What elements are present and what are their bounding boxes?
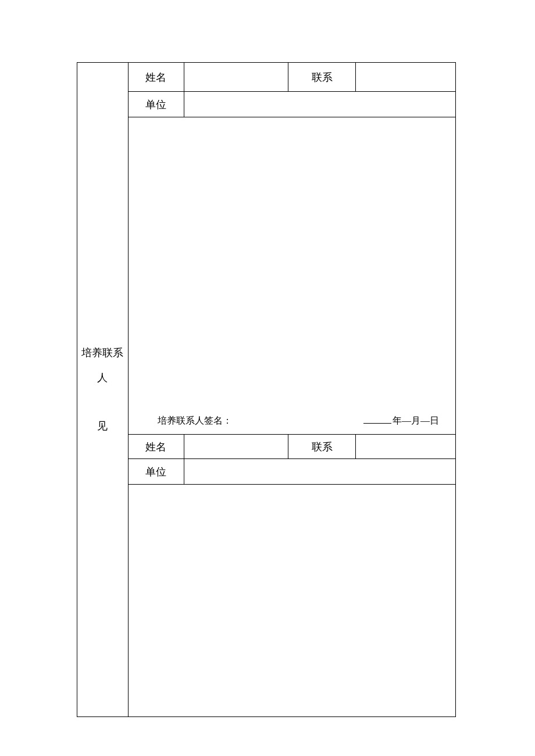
section2-unit-value[interactable] xyxy=(184,459,455,485)
left-header-line3: 见 xyxy=(77,414,128,439)
year-char: 年 xyxy=(393,415,402,425)
section1-name-row: 培养联系 人 见 姓名 联系 xyxy=(77,63,456,92)
left-header-line2: 人 xyxy=(77,366,128,390)
left-header-line1: 培养联系 xyxy=(77,341,128,366)
left-header-cell: 培养联系 人 见 xyxy=(77,63,129,717)
section1-contact-label: 联系 xyxy=(288,63,356,92)
section2-unit-label: 单位 xyxy=(128,459,184,485)
section1-date: 年—月—日 xyxy=(363,414,439,427)
day-sep: — xyxy=(420,415,430,425)
section1-name-value[interactable] xyxy=(184,63,288,92)
section2-opinion-area[interactable] xyxy=(128,485,455,717)
left-header-spacer xyxy=(77,390,128,414)
month-sep: — xyxy=(402,415,411,425)
section2-name-value[interactable] xyxy=(184,435,288,459)
section1-unit-row: 单位 xyxy=(77,92,456,117)
training-contact-form: 培养联系 人 见 姓名 联系 单位 培养联系人签名： 年—月—日 姓名 联系 单… xyxy=(77,62,456,717)
section1-contact-value[interactable] xyxy=(356,63,456,92)
section1-signature-label: 培养联系人签名： xyxy=(158,415,232,427)
section1-textarea-row: 培养联系人签名： 年—月—日 xyxy=(77,117,456,435)
section2-unit-row: 单位 xyxy=(77,459,456,485)
day-char: 日 xyxy=(430,415,439,425)
section1-unit-value[interactable] xyxy=(184,92,455,117)
section1-signature-line: 培养联系人签名： 年—月—日 xyxy=(129,414,455,427)
year-blank[interactable] xyxy=(363,414,391,424)
section2-contact-label: 联系 xyxy=(288,435,356,459)
section2-name-label: 姓名 xyxy=(128,435,184,459)
section1-opinion-area[interactable]: 培养联系人签名： 年—月—日 xyxy=(128,117,455,435)
month-char: 月 xyxy=(411,415,420,425)
section2-textarea-row xyxy=(77,485,456,717)
section2-name-row: 姓名 联系 xyxy=(77,435,456,459)
section1-name-label: 姓名 xyxy=(128,63,184,92)
section1-unit-label: 单位 xyxy=(128,92,184,117)
section2-contact-value[interactable] xyxy=(356,435,456,459)
